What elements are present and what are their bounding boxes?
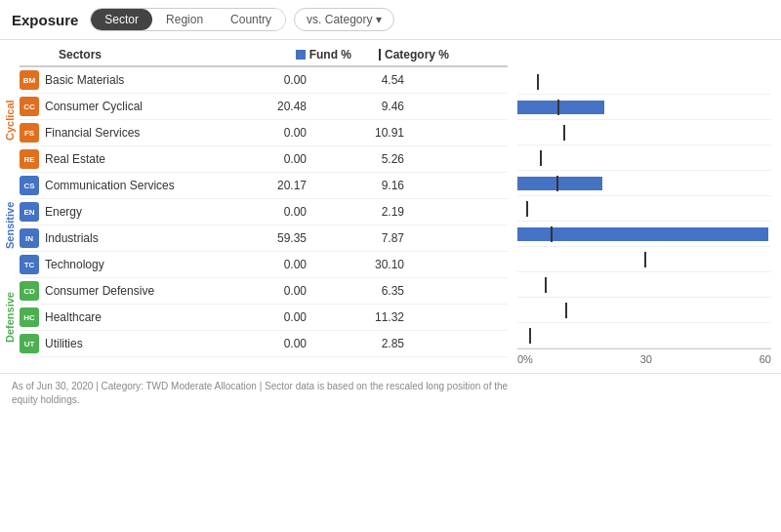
group-cyclical: CyclicalBMBasic Materials0.004.54CCConsu… [0,67,508,173]
row-category-value: 5.26 [307,152,404,166]
group-label-defensive: Defensive [0,278,20,357]
row-sector-name: Healthcare [45,310,209,324]
row-category-value: 7.87 [307,231,404,245]
tab-sector[interactable]: Sector [91,9,152,30]
icon-consumer-cyclical: CC [20,97,39,116]
group-label-cyclical: Cyclical [0,67,20,173]
chart-row [517,145,771,171]
table-section: Sectors Fund % Category % CyclicalBMBasi… [0,48,508,369]
icon-financial-services: FS [20,123,39,143]
group-sensitive: SensitiveCSCommunication Services20.179.… [0,173,508,278]
row-sector-name: Energy [45,205,209,219]
icon-utilities: UT [20,334,39,353]
category-mark [537,74,539,90]
category-mark [551,226,553,242]
chart-row [517,120,771,145]
category-mark [565,303,567,318]
row-category-value: 11.32 [307,310,404,324]
table-row: INIndustrials59.357.87 [20,225,508,252]
row-fund-value: 0.00 [209,152,307,166]
row-fund-value: 0.00 [209,258,307,271]
vs-category-dropdown[interactable]: vs. Category ▾ [294,8,394,31]
column-headers: Sectors Fund % Category % [20,48,508,67]
col-header-category: Category % [351,48,449,61]
chart-section: 0% 30 60 [508,48,781,369]
fund-bar [517,101,604,114]
chart-row [517,222,771,247]
group-defensive: DefensiveCDConsumer Defensive0.006.35HCH… [0,278,508,357]
tab-group: Sector Region Country [90,8,286,31]
icon-healthcare: HC [20,307,39,327]
col-header-fund: Fund % [254,48,351,61]
row-sector-name: Communication Services [45,179,209,192]
group-rows-defensive: CDConsumer Defensive0.006.35HCHealthcare… [20,278,508,357]
footer: As of Jun 30, 2020 | Category: TWD Moder… [0,373,781,413]
fund-bar [517,177,602,190]
chart-row [517,95,771,120]
page-title: Exposure [12,12,78,28]
chart-row [517,69,771,95]
category-mark [556,176,558,191]
chart-row [517,323,771,348]
row-sector-name: Real Estate [45,152,209,166]
row-fund-value: 0.00 [209,337,307,350]
row-fund-value: 0.00 [209,310,307,324]
table-row: TCTechnology0.0030.10 [20,252,508,278]
table-row: UTUtilities0.002.85 [20,331,508,357]
icon-basic-materials: BM [20,70,39,90]
table-row: CDConsumer Defensive0.006.35 [20,278,508,305]
row-category-value: 10.91 [307,126,404,140]
main-content: Sectors Fund % Category % CyclicalBMBasi… [0,40,781,369]
row-fund-value: 0.00 [209,126,307,140]
chart-header [517,48,771,69]
row-fund-value: 20.48 [209,100,307,113]
table-row: CSCommunication Services20.179.16 [20,173,508,199]
row-sector-name: Utilities [45,337,209,350]
x-label-30: 30 [640,353,652,365]
table-row: REReal Estate0.005.26 [20,146,508,173]
row-fund-value: 20.17 [209,179,307,192]
row-category-value: 9.16 [307,179,404,192]
icon-industrials: IN [20,228,39,248]
category-mark [563,125,565,141]
row-sector-name: Consumer Cyclical [45,100,209,113]
row-category-value: 6.35 [307,284,404,298]
table-row: HCHealthcare0.0011.32 [20,305,508,331]
category-mark [557,100,559,115]
icon-technology: TC [20,255,39,274]
icon-communication-services: CS [20,176,39,195]
group-rows-sensitive: CSCommunication Services20.179.16ENEnerg… [20,173,508,278]
row-category-value: 4.54 [307,73,404,87]
category-mark [526,201,528,217]
table-row: BMBasic Materials0.004.54 [20,67,508,94]
chart-area [517,69,771,348]
fund-bar [517,227,768,241]
category-mark [545,277,547,293]
row-category-value: 9.46 [307,100,404,113]
chart-row [517,298,771,323]
row-sector-name: Financial Services [45,126,209,140]
row-category-value: 2.85 [307,337,404,350]
row-sector-name: Industrials [45,231,209,245]
row-fund-value: 0.00 [209,73,307,87]
x-label-60: 60 [760,353,771,365]
table-row: FSFinancial Services0.0010.91 [20,120,508,146]
groups-container: CyclicalBMBasic Materials0.004.54CCConsu… [0,67,508,357]
fund-legend-box [296,50,306,60]
row-sector-name: Technology [45,258,209,271]
row-fund-value: 0.00 [209,205,307,219]
tab-region[interactable]: Region [152,9,217,30]
chart-x-axis: 0% 30 60 [517,348,771,369]
chart-row [517,171,771,196]
chart-row [517,196,771,222]
category-mark [529,328,531,344]
row-sector-name: Consumer Defensive [45,284,209,298]
group-label-sensitive: Sensitive [0,173,20,278]
row-fund-value: 59.35 [209,231,307,245]
row-fund-value: 0.00 [209,284,307,298]
group-rows-cyclical: BMBasic Materials0.004.54CCConsumer Cycl… [20,67,508,173]
category-legend-bar [379,49,381,61]
category-mark [540,150,542,166]
row-category-value: 30.10 [307,258,404,271]
tab-country[interactable]: Country [217,9,285,30]
